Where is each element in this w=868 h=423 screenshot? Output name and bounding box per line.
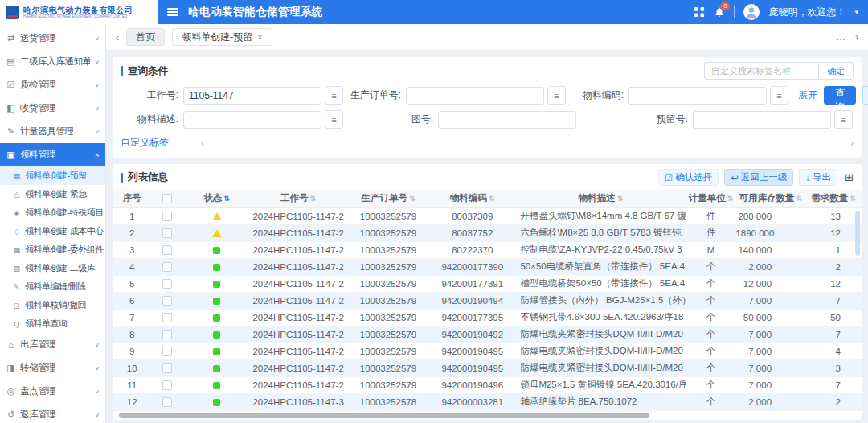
col-order-no[interactable]: 生产订单号⇅ [347,190,430,207]
sort-icon[interactable]: ⇅ [409,195,416,203]
filter-icon[interactable]: ≡ [325,110,343,129]
row-checkbox[interactable] [162,397,172,407]
col-demand[interactable]: 需求数量⇅ [805,190,862,207]
tab-home[interactable]: 首页 [126,28,165,46]
row-checkbox[interactable] [162,262,172,272]
user-avatar[interactable] [743,4,760,20]
tabs-more-icon[interactable]: … [836,31,845,43]
table-row[interactable]: 112024HPC1105-1147-210003252579942000190… [113,376,862,393]
search-button[interactable]: 查询 [824,86,856,105]
sidebar-item[interactable]: ◧收货管理∨ [0,97,105,120]
expand-link[interactable]: 展开 [798,88,817,102]
cell-description: 防爆电缆夹紧密封接头DQM-II/III-D/M20 [515,359,686,376]
select-all-checkbox[interactable] [162,194,172,203]
back-up-level-button[interactable]: ↩返回上一级 [724,169,793,186]
confirm-select-button[interactable]: ☑确认选择 [658,169,719,186]
row-checkbox[interactable] [162,245,172,255]
sidebar-subitem[interactable]: ▦领料单创建-委外组件 [0,240,105,259]
row-checkbox[interactable] [162,296,172,306]
sort-icon[interactable]: ⇅ [310,195,317,203]
table-row[interactable]: 22024HPC1105-1147-21000325257980037752六角… [113,224,862,241]
sidebar-subitem[interactable]: ◇领料单创建-成本中心 [0,222,105,240]
filter-icon[interactable]: ≡ [325,86,343,105]
chevron-down-icon[interactable]: ▾ [854,8,858,16]
table-row[interactable]: 52024HPC1105-1147-2100032525799420001773… [113,275,862,292]
row-checkbox[interactable] [162,347,172,356]
sidebar-subitem[interactable]: ◈领料单创建-特殊项目 [0,203,105,222]
user-greeting[interactable]: 庞晓明，欢迎您！ [768,6,845,19]
sort-icon[interactable]: ⇅ [617,195,624,203]
sidebar-subitem[interactable]: ▤领料单创建-预留 [0,166,105,185]
custom-tags-link[interactable]: 自定义标签 [121,136,169,150]
confirm-button[interactable]: 确定 [818,62,854,80]
sidebar-item[interactable]: ⇄送货管理∨ [0,27,105,50]
filter-icon[interactable]: ≡ [547,86,566,105]
col-work-no[interactable]: 工作号⇅ [250,190,347,207]
scrollbar-thumb[interactable] [119,413,649,418]
column-settings-icon[interactable]: ⊞ [845,171,854,183]
chevron-down-icon: ∨ [94,82,100,88]
col-material-code[interactable]: 物料编码⇅ [429,190,515,207]
production-order-input[interactable] [406,87,544,105]
sidebar-item[interactable]: ◨转储管理∨ [0,356,105,380]
tag-scroll-left-icon[interactable]: ‹ [201,138,204,149]
material-code-input[interactable] [628,87,767,105]
sidebar-item[interactable]: ↺退库管理∨ [0,403,105,423]
tag-scroll-right-icon[interactable]: › [850,138,854,149]
sort-icon[interactable]: ⇅ [727,195,734,203]
sidebar-subitem[interactable]: ◻领料单核销/撤回 [0,296,105,314]
table-row[interactable]: 12024HPC1105-1147-21000325257980037309开槽… [113,207,862,224]
sidebar-subitem[interactable]: Q领料单查询 [0,314,105,333]
sidebar-subitem[interactable]: ✎领料单编辑/删除 [0,277,105,296]
export-button[interactable]: ↓导出 [799,169,837,186]
tab-close-icon[interactable]: × [257,29,262,45]
work-no-input[interactable] [183,87,321,105]
sidebar-subitem[interactable]: △领料单创建-紧急 [0,185,105,203]
table-row[interactable]: 32024HPC1105-1147-21000325257980222370控制… [113,241,862,258]
col-unit[interactable]: 计量单位⇅ [686,190,736,207]
apps-grid-icon[interactable] [694,7,705,18]
row-checkbox[interactable] [162,363,172,373]
sidebar-item[interactable]: ⌂出库管理∨ [0,333,105,356]
table-row[interactable]: 102024HPC1105-1147-210003252579942000190… [113,359,862,376]
row-checkbox[interactable] [162,279,172,289]
reserve-no-input[interactable] [693,111,831,129]
sidebar-item[interactable]: ▣领料管理∧ [0,143,105,166]
sort-icon[interactable]: ⇅ [850,195,856,203]
tabs-scroll-right-icon[interactable]: › [855,31,858,43]
sort-icon[interactable]: ⇅ [223,195,230,203]
sidebar-item[interactable]: ◎盘点管理∨ [0,380,105,403]
vertical-scrollbar[interactable] [855,211,860,256]
table-row[interactable]: 122024HPC1105-1147-310003252578942000003… [113,393,862,410]
sidebar-item[interactable]: ▤二级库入库通知单∨ [0,50,105,73]
row-checkbox[interactable] [162,330,172,339]
notification-bell-icon[interactable]: 0 [714,6,725,18]
row-checkbox[interactable] [162,313,172,322]
drawing-no-input[interactable] [438,111,576,129]
sidebar-subitem[interactable]: ▧领料单创建-二级库 [0,259,105,277]
table-row[interactable]: 82024HPC1105-1147-2100032525799420001904… [113,326,862,343]
row-checkbox[interactable] [162,212,172,221]
tabs-scroll-left-icon[interactable]: ‹ [116,31,119,43]
filter-icon[interactable]: ≡ [770,86,788,105]
table-row[interactable]: 92024HPC1105-1147-2100032525799420001904… [113,343,862,359]
row-checkbox[interactable] [162,228,172,238]
col-status[interactable]: 状态⇅ [184,190,250,207]
col-description[interactable]: 物料描述⇅ [515,190,686,207]
horizontal-scrollbar[interactable] [119,412,855,419]
table-row[interactable]: 72024HPC1105-1147-2100032525799420001773… [113,309,862,326]
row-checkbox[interactable] [162,380,172,390]
sidebar-item[interactable]: ✎计量器具管理∨ [0,120,105,143]
tab-requisition-reserve[interactable]: 领料单创建-预留 × [172,28,272,46]
col-stock[interactable]: 可用库存数量⇅ [735,190,805,207]
sidebar-item[interactable]: ☑质检管理∨ [0,73,105,97]
sort-icon[interactable]: ⇅ [796,195,802,203]
table-row[interactable]: 62024HPC1105-1147-2100032525799420001904… [113,292,862,309]
filter-icon[interactable]: ≡ [834,110,853,129]
material-desc-input[interactable] [183,111,321,129]
reset-button[interactable]: 重置 [862,86,868,105]
table-row[interactable]: 42024HPC1105-1147-2100032525799420001773… [113,258,862,275]
menu-collapse-icon[interactable] [167,8,178,16]
tag-search-input[interactable] [704,62,818,80]
sort-icon[interactable]: ⇅ [489,195,495,203]
